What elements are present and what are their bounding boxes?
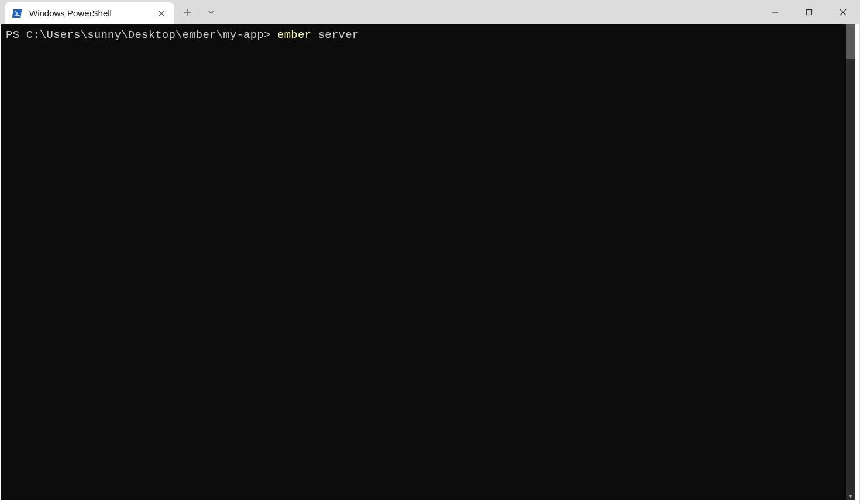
command-arg: server	[311, 29, 359, 42]
minimize-icon	[772, 9, 779, 16]
close-icon	[840, 9, 847, 16]
tab-close-button[interactable]	[154, 6, 168, 20]
tab-powershell[interactable]: Windows PowerShell	[5, 2, 174, 24]
terminal-viewport[interactable]: PS C:\Users\sunny\Desktop\ember\my-app> …	[1, 24, 846, 500]
tab-title: Windows PowerShell	[29, 8, 147, 18]
window-controls	[758, 0, 860, 24]
prompt-prefix: PS	[6, 29, 26, 42]
terminal-scrollbar[interactable]: ▲ ▼	[846, 24, 855, 500]
powershell-icon	[12, 8, 22, 19]
tab-divider	[199, 6, 199, 19]
chevron-down-icon	[208, 9, 215, 16]
svg-rect-6	[807, 9, 812, 15]
prompt-symbol: >	[264, 29, 277, 42]
tab-strip: Windows PowerShell	[0, 0, 222, 24]
maximize-icon	[806, 9, 813, 16]
terminal-window: Windows PowerShell	[0, 0, 860, 504]
prompt-path: C:\Users\sunny\Desktop\ember\my-app	[26, 29, 264, 42]
window-close-button[interactable]	[826, 0, 860, 24]
new-tab-button[interactable]	[177, 2, 198, 23]
scroll-down-icon[interactable]: ▼	[846, 491, 855, 500]
terminal-wrap: PS C:\Users\sunny\Desktop\ember\my-app> …	[1, 24, 855, 500]
client-area: PS C:\Users\sunny\Desktop\ember\my-app> …	[0, 24, 860, 504]
plus-icon	[183, 8, 191, 16]
scroll-up-icon[interactable]: ▲	[846, 24, 855, 33]
tab-profiles-dropdown[interactable]	[201, 2, 222, 23]
title-bar[interactable]: Windows PowerShell	[0, 0, 860, 24]
command-name: ember	[277, 29, 311, 42]
maximize-button[interactable]	[792, 0, 826, 24]
minimize-button[interactable]	[758, 0, 792, 24]
tab-actions	[174, 0, 222, 24]
